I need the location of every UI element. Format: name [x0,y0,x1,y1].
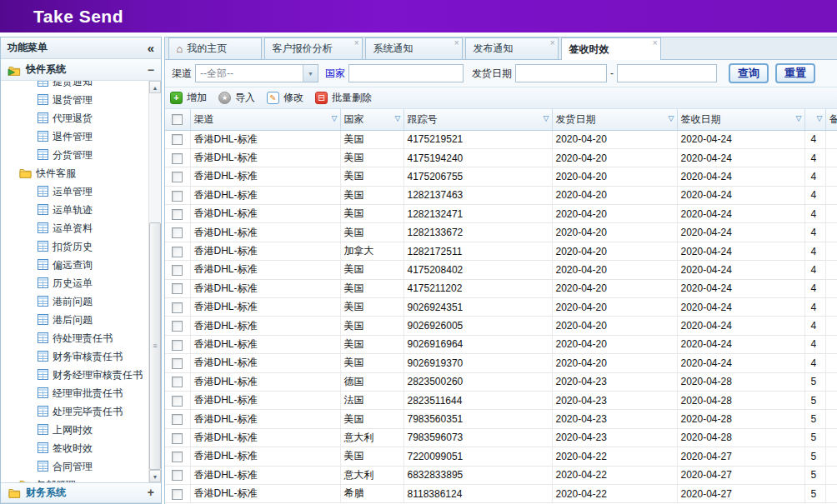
table-row[interactable]: 香港DHL-标准 美国 1282132471 2020-04-20 2020-0… [165,205,837,223]
close-icon[interactable]: × [454,39,459,47]
import-button[interactable]: ★ 导入 [218,91,255,105]
row-checkbox[interactable] [172,247,183,257]
scroll-down-icon[interactable]: ▼ [149,470,161,482]
chevron-down-icon[interactable]: ▼ [303,65,318,82]
row-checkbox[interactable] [172,340,183,351]
tree-item[interactable]: 退货管理 [1,91,148,109]
batch-delete-button[interactable]: ⊟ 批量删除 [315,91,372,105]
row-checkbox[interactable] [172,489,183,500]
tree-item[interactable]: 代理退货 [1,109,148,127]
tree-item[interactable]: 分货管理 [1,146,148,164]
search-button[interactable]: 查询 [729,63,769,83]
tree-item[interactable]: 经理审批责任书 [1,384,148,402]
accordion-panel-express-system[interactable]: 快件系统 − [1,59,161,80]
tab-customer-quote-analysis[interactable]: 客户报价分析 × [264,37,363,59]
sidebar-scrollbar[interactable]: ▲ ≡ ▼ [148,81,161,482]
tab-publish-notice[interactable]: 发布通知 × [465,37,559,59]
tree-item[interactable]: 处理完毕责任书 [1,402,148,421]
edit-button[interactable]: ✎ 修改 [267,91,303,105]
channel-select[interactable]: --全部-- ▼ [195,64,318,82]
row-checkbox[interactable] [172,153,183,164]
close-icon[interactable]: × [550,39,555,47]
tree-item[interactable]: 历史运单 [1,274,148,292]
row-checkbox[interactable] [172,227,183,238]
table-row[interactable]: 香港DHL-标准 法国 2823511644 2020-04-23 2020-0… [165,391,837,409]
row-checkbox[interactable] [172,209,183,220]
table-row[interactable]: 香港DHL-标准 美国 4175219521 2020-04-20 2020-0… [165,130,837,148]
column-header-channel[interactable]: 渠道 ▽ [190,109,340,130]
tree-item[interactable]: 财务经理审核责任书 [1,366,148,384]
column-header-tracking-no[interactable]: 跟踪号 ▽ [403,109,552,130]
expand-panel-icon[interactable]: + [148,487,154,498]
country-input[interactable] [348,64,464,82]
tab-my-homepage[interactable]: ⌂ 我的主页 [168,37,262,59]
row-checkbox[interactable] [172,191,183,202]
table-row[interactable]: 香港DHL-标准 美国 4175208402 2020-04-20 2020-0… [165,261,837,279]
table-row[interactable]: 香港DHL-标准 美国 9026919370 2020-04-20 2020-0… [165,354,837,372]
row-checkbox[interactable] [172,283,183,294]
collapse-panel-icon[interactable]: − [148,64,154,76]
sort-icon[interactable]: ▽ [332,115,338,122]
scroll-up-icon[interactable]: ▲ [149,81,161,93]
row-checkbox[interactable] [172,302,183,313]
table-row[interactable]: 香港DHL-标准 美国 7220099051 2020-04-22 2020-0… [165,447,837,466]
tree-item[interactable]: 签收时效 [1,439,148,457]
column-header-days[interactable]: ▽ [804,109,825,130]
table-row[interactable]: 香港DHL-标准 希腊 8118386124 2020-04-22 2020-0… [165,484,837,502]
close-icon[interactable]: × [653,39,658,47]
tree-item[interactable]: 运单轨迹 [1,201,148,219]
row-checkbox[interactable] [172,414,183,425]
tree-item[interactable]: 上网时效 [1,421,148,439]
row-checkbox[interactable] [172,265,183,276]
column-header-ship-date[interactable]: 发货日期 ▽ [552,109,677,130]
tree-item[interactable]: 包邮管理 [1,476,148,482]
table-row[interactable]: 香港DHL-标准 德国 2823500260 2020-04-23 2020-0… [165,372,837,391]
table-row[interactable]: 香港DHL-标准 美国 4175211202 2020-04-20 2020-0… [165,279,837,297]
column-header-remark[interactable]: 备注 [825,109,837,130]
sort-icon[interactable]: ▽ [796,115,802,122]
tree-item[interactable]: 运单资料 [1,219,148,237]
table-row[interactable]: 香港DHL-标准 美国 7983560351 2020-04-23 2020-0… [165,410,837,428]
row-checkbox[interactable] [172,172,183,182]
row-checkbox[interactable] [172,358,183,369]
date-from-input[interactable] [515,64,607,82]
tab-sign-receipt-aging[interactable]: 签收时效 × [561,37,661,60]
sort-icon[interactable]: ▽ [544,115,549,122]
close-icon[interactable]: × [354,39,359,47]
tree-item[interactable]: 运单管理 [1,182,148,201]
row-checkbox[interactable] [172,396,183,407]
tree-item[interactable]: 提货通知 [1,81,148,91]
tree-item[interactable]: 财务审核责任书 [1,347,148,366]
tree-item[interactable]: 偏远查询 [1,256,148,274]
select-all-checkbox[interactable] [172,114,183,125]
row-checkbox[interactable] [172,134,183,145]
table-row[interactable]: 香港DHL-标准 美国 4175206755 2020-04-20 2020-0… [165,167,837,186]
table-row[interactable]: 香港DHL-标准 意大利 6832833895 2020-04-22 2020-… [165,466,837,484]
table-row[interactable]: 香港DHL-标准 美国 1282133672 2020-04-20 2020-0… [165,223,837,242]
sort-icon[interactable]: ▽ [395,115,401,122]
table-row[interactable]: 香港DHL-标准 意大利 7983596073 2020-04-23 2020-… [165,428,837,447]
accordion-panel-finance-system[interactable]: 财务系统 + [1,482,161,503]
sort-icon[interactable]: ▽ [817,115,823,122]
tab-system-notice[interactable]: 系统通知 × [365,37,463,59]
row-checkbox[interactable] [172,321,183,332]
row-checkbox[interactable] [172,452,183,462]
table-row[interactable]: 香港DHL-标准 美国 4175194240 2020-04-20 2020-0… [165,148,837,167]
date-to-input[interactable] [617,64,717,82]
collapse-sidebar-icon[interactable]: « [148,42,154,54]
tree-item[interactable]: 快件客服 [1,164,148,182]
table-row[interactable]: 香港DHL-标准 美国 9026916964 2020-04-20 2020-0… [165,335,837,353]
scrollbar-thumb[interactable]: ≡ [149,222,161,470]
column-header-sign-date[interactable]: 签收日期 ▽ [677,109,804,130]
tree-item[interactable]: 待处理责任书 [1,329,148,347]
tree-item[interactable]: 扣货历史 [1,237,148,256]
row-checkbox[interactable] [172,377,183,387]
column-header-country[interactable]: 国家 ▽ [340,109,403,130]
row-checkbox[interactable] [172,433,183,444]
table-row[interactable]: 香港DHL-标准 加拿大 1282172511 2020-04-20 2020-… [165,242,837,260]
reset-button[interactable]: 重置 [775,63,815,83]
add-button[interactable]: + 增加 [170,91,207,105]
tree-item[interactable]: 退件管理 [1,127,148,146]
row-checkbox[interactable] [172,470,183,481]
tree-item[interactable]: 合同管理 [1,457,148,476]
